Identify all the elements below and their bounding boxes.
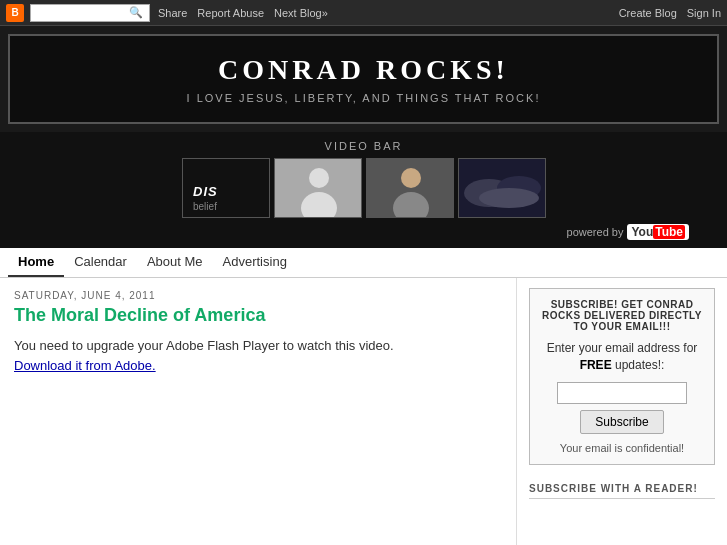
- download-link[interactable]: Download it from Adobe.: [14, 358, 156, 373]
- confidential-text: Your email is confidential!: [540, 442, 704, 454]
- search-box[interactable]: 🔍: [30, 4, 150, 22]
- subscribe-desc-1: Enter your email address for: [547, 341, 698, 355]
- post-date: Saturday, June 4, 2011: [14, 290, 502, 301]
- blog-section: Saturday, June 4, 2011 The Moral Decline…: [0, 278, 517, 545]
- post-body-text: You need to upgrade your Adobe Flash Pla…: [14, 338, 394, 353]
- topbar-report[interactable]: Report Abuse: [197, 7, 264, 19]
- nav-calendar[interactable]: Calendar: [64, 248, 137, 277]
- nav-about-me[interactable]: About Me: [137, 248, 213, 277]
- subscribe-button[interactable]: Subscribe: [580, 410, 663, 434]
- nav-home[interactable]: Home: [8, 248, 64, 277]
- youtube-logo: YouTube: [627, 224, 689, 240]
- video-thumb-1[interactable]: DIS belief: [182, 158, 270, 218]
- site-tagline: I LOVE JESUS, LIBERTY, AND THINGS THAT R…: [28, 92, 699, 104]
- site-header: CONRAD ROCKS! I LOVE JESUS, LIBERTY, AND…: [8, 34, 719, 124]
- email-input[interactable]: [557, 382, 687, 404]
- subscribe-desc-2: updates!:: [612, 358, 665, 372]
- powered-by-text: powered by: [567, 226, 624, 238]
- videobar-section: VIDEO BAR DIS belief: [0, 132, 727, 248]
- svg-text:belief: belief: [193, 201, 217, 212]
- topbar-create-blog[interactable]: Create Blog: [619, 7, 677, 19]
- topbar-sign-in[interactable]: Sign In: [687, 7, 721, 19]
- svg-point-4: [309, 168, 329, 188]
- svg-point-7: [401, 168, 421, 188]
- email-subscribe-box: Subscribe! Get Conrad Rocks Delivered Di…: [529, 288, 715, 465]
- topbar-share[interactable]: Share: [158, 7, 187, 19]
- blogger-logo: B: [6, 4, 24, 22]
- subscribe-header: Subscribe! Get Conrad Rocks Delivered Di…: [540, 299, 704, 332]
- youtube-you: You: [631, 225, 653, 239]
- site-nav: Home Calendar About Me Advertising: [0, 248, 727, 278]
- topbar-right: Create Blog Sign In: [619, 7, 721, 19]
- youtube-tube: Tube: [653, 225, 685, 239]
- nav-advertising[interactable]: Advertising: [213, 248, 297, 277]
- email-subscribe-widget: Subscribe! Get Conrad Rocks Delivered Di…: [529, 288, 715, 465]
- subscribe-desc: Enter your email address for FREE update…: [540, 340, 704, 374]
- sidebar: Subscribe! Get Conrad Rocks Delivered Di…: [517, 278, 727, 545]
- search-icon[interactable]: 🔍: [129, 6, 143, 19]
- topbar-nextblog[interactable]: Next Blog»: [274, 7, 328, 19]
- search-input[interactable]: [34, 7, 129, 19]
- site-title: CONRAD ROCKS!: [28, 54, 699, 86]
- video-thumbs: DIS belief: [8, 158, 719, 218]
- svg-point-12: [479, 188, 539, 208]
- reader-subscribe-title: Subscribe With A Reader!: [529, 483, 715, 499]
- subscribe-free: FREE: [580, 358, 612, 372]
- videobar-label: VIDEO BAR: [8, 140, 719, 152]
- video-thumb-2[interactable]: [274, 158, 362, 218]
- video-thumb-4[interactable]: [458, 158, 546, 218]
- post-title: The Moral Decline of America: [14, 305, 502, 326]
- video-thumb-3[interactable]: [366, 158, 454, 218]
- svg-text:DIS: DIS: [193, 184, 218, 199]
- powered-by: powered by YouTube: [8, 224, 719, 240]
- main-content: Saturday, June 4, 2011 The Moral Decline…: [0, 278, 727, 545]
- topbar: B 🔍 Share Report Abuse Next Blog» Create…: [0, 0, 727, 26]
- post-body: You need to upgrade your Adobe Flash Pla…: [14, 336, 502, 375]
- topbar-nav: Share Report Abuse Next Blog»: [158, 7, 328, 19]
